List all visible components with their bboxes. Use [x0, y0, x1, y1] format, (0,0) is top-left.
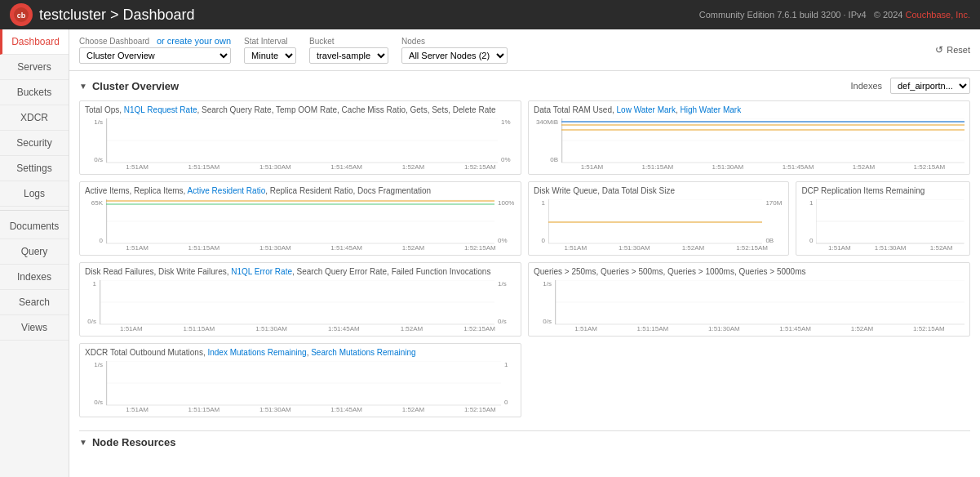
indexes-label: Indexes [850, 81, 882, 91]
sidebar-item-servers[interactable]: Servers [0, 55, 69, 80]
charts-container: Total Ops, N1QL Request Rate, Search Que… [79, 100, 970, 448]
chart-queries-title: Queries > 250ms, Queries > 500ms, Querie… [534, 266, 964, 277]
chart-data-ram-title: Data Total RAM Used, Low Water Mark, Hig… [534, 105, 964, 115]
sidebar-item-query[interactable]: Query [0, 239, 69, 265]
chart-total-ops: Total Ops, N1QL Request Rate, Search Que… [79, 100, 521, 175]
chart-disk-write-title: Disk Write Queue, Data Total Disk Size [534, 185, 783, 196]
x-labels-queries: 1:51AM1:51:15AM1:51:30AM1:51:45AM1:52AM1… [534, 325, 964, 332]
bucket-select[interactable]: travel-sample [309, 47, 388, 64]
y-axis-right-disk-failures: 1/s0/s [496, 280, 516, 325]
node-resources-title: ▼ Node Resources [79, 436, 970, 448]
indexes-select[interactable]: def_airportn... [890, 78, 970, 94]
sidebar-item-indexes[interactable]: Indexes [0, 265, 69, 290]
y-axis-disk-failures: 10/s [85, 280, 98, 325]
node-resources-section: ▼ Node Resources [79, 430, 970, 448]
chart-xdcr-title: XDCR Total Outbound Mutations, Index Mut… [85, 347, 516, 358]
chart-area-disk-failures [100, 280, 494, 325]
header-left: cb testcluster > Dashboard [10, 3, 195, 26]
x-labels-active-items: 1:51AM1:51:15AM1:51:30AM1:51:45AM1:52AM1… [85, 244, 516, 252]
nodes-group: Nodes All Server Nodes (2) [401, 37, 508, 64]
y-axis-data-ram: 340MiB0B [534, 118, 560, 163]
chart-xdcr: XDCR Total Outbound Mutations, Index Mut… [79, 343, 521, 417]
stat-interval-label: Stat Interval [244, 37, 296, 46]
sidebar: Dashboard Servers Buckets XDCR Security … [0, 29, 69, 477]
chart-row-4: XDCR Total Outbound Mutations, Index Mut… [79, 343, 970, 417]
chart-area-active-items [106, 199, 494, 244]
chart-area-disk-write [548, 199, 762, 244]
chart-area-data-ram [561, 118, 964, 163]
y-axis-right-active-items: 100%0% [496, 199, 516, 244]
chart-row-2: Active Items, Replica Items, Active Resi… [79, 181, 970, 256]
dashboard-select[interactable]: Cluster Overview [79, 47, 231, 64]
chart-area-total-ops [106, 118, 498, 163]
app-header: cb testcluster > Dashboard Community Edi… [0, 0, 980, 29]
stat-interval-select[interactable]: Minute [244, 47, 296, 64]
app-layout: Dashboard Servers Buckets XDCR Security … [0, 29, 980, 477]
bucket-group: Bucket travel-sample [309, 37, 388, 64]
chart-active-items-title: Active Items, Replica Items, Active Resi… [85, 185, 516, 196]
chart-row-1: Total Ops, N1QL Request Rate, Search Que… [79, 100, 970, 175]
chart-area-dcp [816, 199, 964, 244]
reset-button[interactable]: ↺ Reset [935, 44, 970, 56]
sidebar-item-logs[interactable]: Logs [0, 181, 69, 207]
y-axis-right-total-ops: 1%0% [499, 118, 516, 163]
main-content: Choose Dashboard or create your own Clus… [69, 29, 980, 477]
chart-dcp-title: DCP Replication Items Remaining [801, 185, 964, 196]
x-labels-total-ops: 1:51AM1:51:15AM1:51:30AM1:51:45AM1:52AM1… [85, 163, 516, 171]
chart-active-items: Active Items, Replica Items, Active Resi… [79, 181, 521, 256]
svg-text:cb: cb [17, 11, 26, 20]
y-axis-xdcr: 1/s0/s [85, 361, 104, 406]
chart-row-3: Disk Read Failures, Disk Write Failures,… [79, 262, 970, 337]
header-version: Community Edition 7.6.1 build 3200 · IPv… [699, 10, 970, 20]
sidebar-item-security[interactable]: Security [0, 131, 69, 156]
chart-right-2: Disk Write Queue, Data Total Disk Size 1… [528, 181, 970, 256]
chart-dcp: DCP Replication Items Remaining 10 [796, 181, 970, 256]
chart-total-ops-title: Total Ops, N1QL Request Rate, Search Que… [85, 105, 516, 115]
y-axis-right-xdcr: 10 [503, 361, 516, 406]
y-axis-left-total-ops: 1/s0/s [85, 118, 104, 163]
sidebar-divider [0, 210, 69, 211]
x-labels-xdcr: 1:51AM1:51:15AM1:51:30AM1:51:45AM1:52AM1… [85, 406, 516, 413]
y-axis-queries: 1/s0/s [534, 280, 553, 325]
chart-area-queries [555, 280, 964, 325]
app-logo: cb [10, 3, 33, 26]
chart-disk-write: Disk Write Queue, Data Total Disk Size 1… [528, 181, 789, 256]
x-labels-disk-write: 1:51AM1:51:30AM1:52AM1:52:15AM [534, 244, 783, 252]
reset-icon: ↺ [935, 44, 943, 56]
chart-area-xdcr [106, 361, 501, 406]
collapse-icon[interactable]: ▼ [79, 82, 87, 91]
node-collapse-icon[interactable]: ▼ [79, 438, 87, 447]
sidebar-item-dashboard[interactable]: Dashboard [0, 29, 69, 55]
stat-interval-group: Stat Interval Minute [244, 37, 296, 64]
x-labels-disk-failures: 1:51AM1:51:15AM1:51:30AM1:51:45AM1:52AM1… [85, 325, 516, 332]
choose-dashboard-label: Choose Dashboard [79, 37, 149, 46]
y-axis-dcp: 10 [801, 199, 814, 244]
chart-row-4-empty [528, 343, 970, 417]
header-breadcrumb: testcluster > Dashboard [39, 7, 195, 24]
sidebar-item-documents[interactable]: Documents [0, 214, 69, 239]
choose-dashboard-group: Choose Dashboard or create your own Clus… [79, 36, 231, 64]
sidebar-item-buckets[interactable]: Buckets [0, 80, 69, 105]
nodes-select[interactable]: All Server Nodes (2) [401, 47, 508, 64]
x-labels-data-ram: 1:51AM1:51:15AM1:51:30AM1:51:45AM1:52AM1… [534, 163, 964, 171]
sidebar-item-settings[interactable]: Settings [0, 156, 69, 181]
chart-disk-failures: Disk Read Failures, Disk Write Failures,… [79, 262, 521, 337]
y-axis-right-disk-write: 170M0B [764, 199, 783, 244]
reset-label: Reset [947, 45, 970, 55]
chart-queries: Queries > 250ms, Queries > 500ms, Querie… [528, 262, 970, 337]
sidebar-item-search[interactable]: Search [0, 290, 69, 315]
y-axis-active-items: 65K0 [85, 199, 104, 244]
topbar: Choose Dashboard or create your own Clus… [69, 29, 980, 71]
bucket-label: Bucket [309, 37, 388, 46]
sidebar-item-views[interactable]: Views [0, 315, 69, 341]
chart-disk-failures-title: Disk Read Failures, Disk Write Failures,… [85, 266, 516, 277]
chart-data-ram: Data Total RAM Used, Low Water Mark, Hig… [528, 100, 970, 175]
cluster-overview-title: ▼ Cluster Overview [79, 80, 179, 92]
cluster-overview-header: ▼ Cluster Overview Indexes def_airportn.… [79, 78, 970, 94]
x-labels-dcp: 1:51AM1:51:30AM1:52AM [801, 244, 964, 252]
sidebar-item-xdcr[interactable]: XDCR [0, 105, 69, 131]
create-dashboard-link[interactable]: or create your own [157, 36, 231, 46]
nodes-label: Nodes [401, 37, 508, 46]
dashboard-content: ▼ Cluster Overview Indexes def_airportn.… [69, 71, 980, 477]
indexes-selector: Indexes def_airportn... [850, 78, 970, 94]
